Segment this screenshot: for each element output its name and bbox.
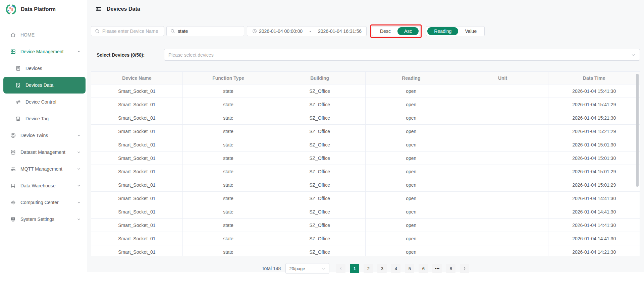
chevron-down-icon xyxy=(77,217,81,221)
page-title: Devices Data xyxy=(107,6,140,12)
date-range-separator: - xyxy=(310,28,311,34)
sidebar-item-computing-center[interactable]: Computing Center xyxy=(0,194,87,211)
data-warehouse-icon xyxy=(10,183,16,189)
sidebar-item-label: Devices Data xyxy=(25,82,53,88)
sidebar-item-data-warehouse[interactable]: Data Warehouse xyxy=(0,177,87,194)
sidebar-item-label: HOME xyxy=(20,32,35,38)
table-cell: Smart_Socket_01 xyxy=(91,219,183,232)
table-cell: 2026-01-04 15:01:30 xyxy=(548,151,640,165)
table-row: Smart_Socket_01stateSZ_Officeopen2026-01… xyxy=(91,98,640,111)
table-cell: open xyxy=(366,205,457,218)
sidebar-item-mqtt-management[interactable]: MQTT Management xyxy=(0,161,87,177)
chevron-up-icon xyxy=(77,50,81,54)
chevron-down-icon xyxy=(631,53,636,57)
device-name-search-field[interactable] xyxy=(91,26,164,36)
sidebar-item-home[interactable]: HOME xyxy=(0,26,87,43)
table-cell: SZ_Office xyxy=(274,192,366,205)
table-cell xyxy=(457,84,549,98)
column-header: Reading xyxy=(366,72,457,84)
sidebar-item-device-tag[interactable]: Device Tag xyxy=(0,110,87,127)
table-cell: 2026-01-04 15:01:29 xyxy=(548,178,640,191)
device-twins-icon xyxy=(10,132,16,138)
sidebar-item-label: Dataset Management xyxy=(20,149,65,155)
table-cell: 2026-01-04 14:41:30 xyxy=(548,219,640,232)
device-management-icon xyxy=(10,49,16,55)
chevron-down-icon xyxy=(77,133,81,137)
table-cell xyxy=(457,245,549,256)
page-size-select[interactable]: 20/page xyxy=(285,263,329,274)
devices-data-icon xyxy=(15,82,21,88)
table-cell: SZ_Office xyxy=(274,178,366,191)
pager-page-button[interactable]: 1 xyxy=(350,264,359,273)
table-cell xyxy=(457,151,549,165)
table-cell: Smart_Socket_01 xyxy=(91,138,183,151)
chevron-down-icon xyxy=(321,266,326,271)
pager-page-button[interactable]: 8 xyxy=(446,264,455,273)
sidebar-item-label: Device Management xyxy=(20,49,63,54)
dataset-management-icon xyxy=(10,149,16,155)
sidebar-item-system-settings[interactable]: System Settings xyxy=(0,211,87,228)
table-cell: state xyxy=(183,232,274,245)
sidebar-item-label: System Settings xyxy=(20,217,54,222)
sidebar-item-label: Device Control xyxy=(25,99,56,105)
table-cell: 2026-01-04 14:41:30 xyxy=(548,192,640,205)
chevron-down-icon xyxy=(77,200,81,204)
function-type-input[interactable] xyxy=(178,28,240,34)
sidebar-item-label: Device Tag xyxy=(25,116,49,121)
date-range-end: 2026-01-04 16:31:56 xyxy=(318,28,362,34)
pager-page-button[interactable]: 3 xyxy=(377,264,387,273)
collapse-sidebar-icon[interactable] xyxy=(95,6,102,12)
value-mode-button[interactable]: Value xyxy=(458,27,483,35)
sort-desc-button[interactable]: Desc xyxy=(373,27,397,35)
sidebar-item-label: Data Warehouse xyxy=(20,183,56,188)
pager-ellipsis[interactable]: ••• xyxy=(432,264,442,273)
pager-prev-button[interactable] xyxy=(336,264,345,273)
sidebar-item-dataset-management[interactable]: Dataset Management xyxy=(0,144,87,161)
sidebar-item-devices-data[interactable]: Devices Data xyxy=(3,77,86,94)
sidebar-item-device-twins[interactable]: Device Twins xyxy=(0,127,87,144)
pager-pages: 123456•••8 xyxy=(350,264,455,273)
table-scrollbar-thumb[interactable] xyxy=(636,74,639,187)
sidebar-item-device-management[interactable]: Device Management xyxy=(0,43,87,60)
chevron-down-icon xyxy=(77,184,81,188)
table-cell xyxy=(457,219,549,232)
sort-asc-button[interactable]: Asc xyxy=(397,27,419,35)
column-header: Unit xyxy=(457,72,549,84)
table-cell: SZ_Office xyxy=(274,245,366,256)
sidebar-item-devices[interactable]: Devices xyxy=(0,60,87,77)
table-cell: 2026-01-04 15:01:29 xyxy=(548,165,640,178)
table-cell: 2026-01-04 14:41:30 xyxy=(548,232,640,245)
date-range-picker[interactable]: 2026-01-04 00:00:00 - 2026-01-04 16:31:5… xyxy=(247,26,367,36)
table-cell: Smart_Socket_01 xyxy=(91,178,183,191)
sidebar-menu: HOME Device Management xyxy=(0,19,87,228)
table-cell: 2026-01-04 15:01:30 xyxy=(548,138,640,151)
clock-icon xyxy=(252,28,257,34)
table-cell: open xyxy=(366,151,457,165)
pager-page-button[interactable]: 5 xyxy=(405,264,414,273)
pager-next-button[interactable] xyxy=(460,264,469,273)
sidebar-item-device-control[interactable]: Device Control xyxy=(0,94,87,110)
select-devices-label: Select Devices (0/50): xyxy=(91,52,164,58)
device-select-dropdown[interactable]: Please select devices xyxy=(164,49,640,61)
pager-page-button[interactable]: 6 xyxy=(419,264,428,273)
table-cell: open xyxy=(366,125,457,138)
table-cell: state xyxy=(183,125,274,138)
table-cell: open xyxy=(366,111,457,124)
table-row: Smart_Socket_01stateSZ_Officeopen2026-01… xyxy=(91,205,640,219)
function-type-search-field[interactable] xyxy=(166,26,244,36)
sidebar-item-label: Devices xyxy=(25,66,42,71)
reading-mode-button[interactable]: Reading xyxy=(427,27,458,35)
main-content: Devices Data xyxy=(87,0,644,304)
sort-toggle: Desc Asc xyxy=(372,26,420,36)
table-cell: Smart_Socket_01 xyxy=(91,151,183,165)
device-name-input[interactable] xyxy=(102,28,160,34)
table-cell: SZ_Office xyxy=(274,98,366,111)
table-cell: SZ_Office xyxy=(274,165,366,178)
pager-page-button[interactable]: 4 xyxy=(391,264,400,273)
computing-center-icon xyxy=(10,199,16,205)
table-cell: open xyxy=(366,98,457,111)
table-cell: SZ_Office xyxy=(274,219,366,232)
pager-page-button[interactable]: 2 xyxy=(364,264,373,273)
table-cell xyxy=(457,205,549,218)
table-cell xyxy=(457,138,549,151)
